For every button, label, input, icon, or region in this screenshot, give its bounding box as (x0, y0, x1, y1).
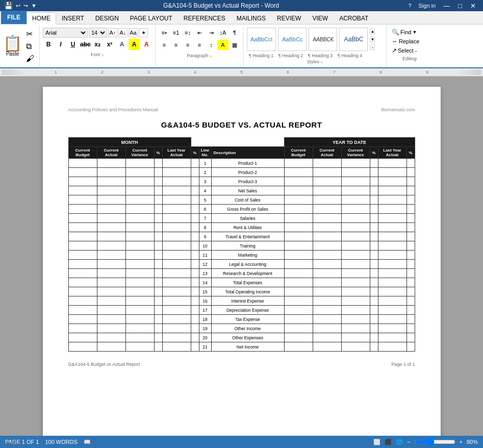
ytd-data-cell[interactable] (284, 195, 313, 205)
help-btn[interactable]: ? (405, 3, 414, 9)
month-data-cell[interactable] (162, 159, 191, 168)
month-data-cell[interactable] (162, 177, 191, 186)
undo-btn[interactable]: ↩ (16, 3, 20, 9)
month-data-cell[interactable] (68, 214, 97, 223)
ytd-data-cell[interactable] (406, 159, 415, 168)
tab-design[interactable]: DESIGN (90, 12, 124, 24)
month-data-cell[interactable] (68, 168, 97, 177)
ytd-data-cell[interactable] (378, 177, 406, 186)
ytd-data-cell[interactable] (313, 159, 341, 168)
ytd-data-cell[interactable] (378, 223, 406, 232)
ytd-data-cell[interactable] (313, 177, 341, 186)
ytd-data-cell[interactable] (378, 269, 406, 278)
ytd-data-cell[interactable] (313, 296, 341, 306)
month-data-cell[interactable] (125, 195, 154, 205)
tab-mailings[interactable]: MAILINGS (231, 12, 271, 24)
month-data-cell[interactable] (162, 342, 191, 352)
ytd-data-cell[interactable] (378, 342, 406, 352)
ytd-data-cell[interactable] (406, 186, 415, 195)
format-painter-btn[interactable]: 🖌 (24, 53, 36, 64)
text-highlight-btn[interactable]: A (129, 39, 140, 50)
ytd-data-cell[interactable] (406, 223, 415, 232)
month-data-cell[interactable] (125, 315, 154, 324)
month-data-cell[interactable] (162, 195, 191, 205)
ytd-data-cell[interactable] (378, 232, 406, 241)
ytd-data-cell[interactable] (378, 278, 406, 287)
document-page[interactable]: Accounting Policies and Procedures Manua… (43, 87, 441, 436)
maximize-btn[interactable]: □ (455, 2, 465, 10)
month-data-cell[interactable] (97, 195, 125, 205)
month-data-cell[interactable] (191, 159, 199, 168)
ytd-data-cell[interactable] (406, 269, 415, 278)
font-size-grow-btn[interactable]: A↑ (108, 28, 117, 37)
ytd-data-cell[interactable] (370, 324, 378, 333)
strikethrough-btn[interactable]: abc (80, 39, 91, 50)
month-data-cell[interactable] (125, 241, 154, 251)
ytd-data-cell[interactable] (406, 205, 415, 214)
month-data-cell[interactable] (97, 186, 125, 195)
ytd-data-cell[interactable] (378, 287, 406, 296)
month-data-cell[interactable] (68, 186, 97, 195)
month-data-cell[interactable] (191, 324, 199, 333)
ytd-data-cell[interactable] (284, 223, 313, 232)
month-data-cell[interactable] (97, 251, 125, 260)
ytd-data-cell[interactable] (341, 333, 370, 342)
ytd-data-cell[interactable] (341, 324, 370, 333)
month-data-cell[interactable] (191, 342, 199, 352)
month-data-cell[interactable] (154, 315, 162, 324)
ytd-data-cell[interactable] (370, 296, 378, 306)
ytd-data-cell[interactable] (284, 168, 313, 177)
decrease-indent-btn[interactable]: ⇤ (194, 28, 205, 38)
ytd-data-cell[interactable] (406, 260, 415, 269)
text-effect-btn[interactable]: A (116, 39, 128, 50)
ytd-data-cell[interactable] (406, 232, 415, 241)
ytd-data-cell[interactable] (370, 223, 378, 232)
font-size-select[interactable]: 14 (89, 28, 107, 38)
find-btn[interactable]: 🔍 Find ▼ (390, 28, 429, 37)
ytd-data-cell[interactable] (313, 223, 341, 232)
month-data-cell[interactable] (97, 232, 125, 241)
month-data-cell[interactable] (97, 296, 125, 306)
tab-acrobat[interactable]: ACROBAT (334, 12, 374, 24)
ytd-data-cell[interactable] (378, 241, 406, 251)
view-print-btn[interactable]: ⬜ (373, 439, 380, 445)
font-size-shrink-btn[interactable]: A↓ (118, 28, 128, 37)
month-data-cell[interactable] (162, 251, 191, 260)
month-data-cell[interactable] (68, 223, 97, 232)
month-data-cell[interactable] (154, 306, 162, 315)
ytd-data-cell[interactable] (370, 205, 378, 214)
month-data-cell[interactable] (97, 214, 125, 223)
month-data-cell[interactable] (125, 223, 154, 232)
ytd-data-cell[interactable] (406, 333, 415, 342)
ytd-data-cell[interactable] (341, 232, 370, 241)
ytd-data-cell[interactable] (313, 186, 341, 195)
style-heading1[interactable]: AaBbCcI (247, 28, 276, 51)
month-data-cell[interactable] (191, 251, 199, 260)
ytd-data-cell[interactable] (284, 241, 313, 251)
month-data-cell[interactable] (97, 287, 125, 296)
ytd-data-cell[interactable] (406, 195, 415, 205)
styles-scroll-up[interactable]: ▲ (370, 29, 375, 34)
month-data-cell[interactable] (125, 342, 154, 352)
ytd-data-cell[interactable] (341, 223, 370, 232)
ytd-data-cell[interactable] (406, 324, 415, 333)
month-data-cell[interactable] (154, 186, 162, 195)
ytd-data-cell[interactable] (370, 168, 378, 177)
ytd-data-cell[interactable] (284, 333, 313, 342)
styles-scroll-down[interactable]: ▼ (370, 37, 375, 42)
month-data-cell[interactable] (125, 251, 154, 260)
month-data-cell[interactable] (154, 223, 162, 232)
select-btn[interactable]: ↗ Select - (390, 46, 429, 55)
month-data-cell[interactable] (191, 232, 199, 241)
month-data-cell[interactable] (162, 168, 191, 177)
month-data-cell[interactable] (162, 205, 191, 214)
month-data-cell[interactable] (68, 205, 97, 214)
month-data-cell[interactable] (125, 232, 154, 241)
month-data-cell[interactable] (97, 306, 125, 315)
font-family-select[interactable]: Arial (43, 28, 88, 38)
month-data-cell[interactable] (191, 168, 199, 177)
month-data-cell[interactable] (162, 214, 191, 223)
align-left-btn[interactable]: ≡ (159, 40, 170, 50)
month-data-cell[interactable] (68, 269, 97, 278)
underline-btn[interactable]: U (67, 39, 79, 50)
